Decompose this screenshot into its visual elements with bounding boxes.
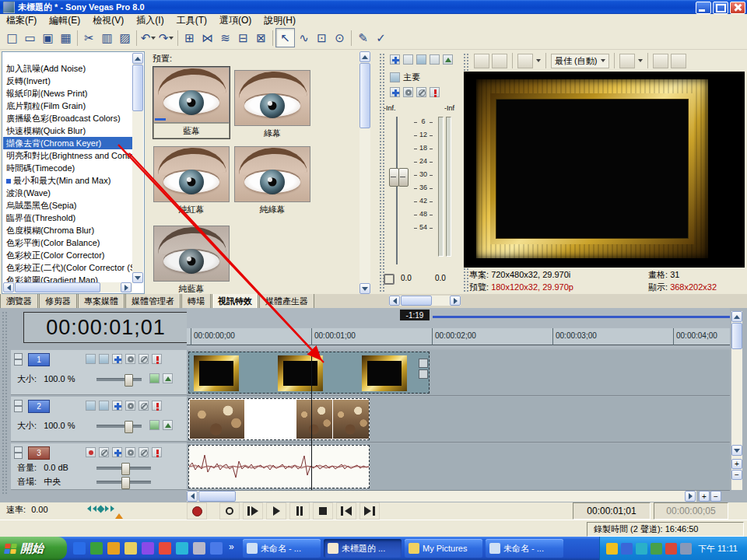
menu-edit[interactable]: 編輯(E) bbox=[43, 13, 86, 28]
solo-icon[interactable] bbox=[152, 354, 162, 364]
bus-settings-icon[interactable] bbox=[403, 87, 413, 97]
loop-region-bar[interactable] bbox=[433, 316, 730, 318]
track-motion-icon[interactable] bbox=[99, 354, 109, 364]
track-2-number[interactable]: 2 bbox=[28, 400, 50, 413]
ignore-grouping-icon[interactable]: ⊠ bbox=[252, 29, 270, 47]
automation-settings-icon[interactable] bbox=[125, 354, 135, 364]
mixer-properties-icon[interactable] bbox=[416, 54, 426, 65]
automation-settings-icon[interactable] bbox=[125, 447, 135, 457]
fx-hscroll-thumb[interactable] bbox=[15, 282, 100, 292]
fx-item[interactable]: 報紙印刷(News Print) bbox=[3, 87, 132, 100]
presets-vscroll-thumb[interactable] bbox=[359, 63, 370, 128]
make-compositing-child-icon[interactable] bbox=[163, 373, 173, 383]
track-fx-icon[interactable] bbox=[112, 354, 122, 364]
track-3-number[interactable]: 3 bbox=[28, 446, 50, 460]
track-fx-icon[interactable] bbox=[112, 447, 122, 457]
fx-item[interactable]: 快速模糊(Quick Blur) bbox=[3, 124, 132, 137]
video-event-room[interactable] bbox=[188, 398, 370, 440]
auto-ripple-icon[interactable]: ≋ bbox=[216, 29, 234, 47]
compositing-mode-icon[interactable] bbox=[149, 420, 160, 430]
event-fx-icon[interactable] bbox=[419, 369, 428, 379]
time-display[interactable]: 00:00:01;01 bbox=[23, 312, 188, 343]
quicklaunch-folder-icon[interactable] bbox=[124, 542, 137, 555]
arm-record-icon[interactable] bbox=[86, 447, 96, 457]
dock-hscroll[interactable] bbox=[389, 296, 461, 306]
make-compositing-child-icon[interactable] bbox=[163, 420, 173, 430]
scroll-up-icon[interactable] bbox=[132, 53, 143, 64]
tray-antivirus-icon[interactable] bbox=[651, 543, 662, 555]
track-1-level-slider[interactable] bbox=[96, 378, 142, 381]
track-motion-icon[interactable] bbox=[99, 401, 109, 411]
bus-mute-icon[interactable] bbox=[416, 87, 426, 97]
track-2-header[interactable]: 2 大小: 100.0 % bbox=[11, 397, 187, 442]
selection-edit-tool-icon[interactable]: ⊡ bbox=[313, 29, 331, 47]
track-fx-icon[interactable] bbox=[112, 401, 122, 411]
zoom-in-vertical-icon[interactable]: + bbox=[731, 459, 742, 469]
track-restore-icon[interactable] bbox=[14, 406, 23, 412]
track-minimize-icon[interactable] bbox=[14, 446, 23, 453]
track-3-volume-slider[interactable] bbox=[96, 467, 151, 470]
normal-edit-tool-icon[interactable]: ↖ bbox=[275, 28, 295, 47]
dock-hscroll-thumb[interactable] bbox=[401, 296, 432, 306]
cut-icon[interactable]: ✂ bbox=[80, 29, 98, 47]
preset-pure-green-screen[interactable]: 純綠幕 bbox=[234, 146, 310, 216]
loop-playback-button[interactable] bbox=[219, 502, 240, 520]
menu-options[interactable]: 選項(O) bbox=[213, 13, 258, 28]
quicklaunch-app2-icon[interactable] bbox=[159, 542, 171, 555]
fx-vscroll-thumb[interactable] bbox=[132, 65, 143, 111]
preset-blue-screen[interactable]: 藍幕 bbox=[153, 67, 230, 138]
scroll-down-icon[interactable] bbox=[132, 272, 143, 283]
tray-app2-icon[interactable] bbox=[636, 543, 647, 555]
invert-phase-icon[interactable] bbox=[99, 447, 109, 457]
quicklaunch-app1-icon[interactable] bbox=[142, 542, 154, 555]
mute-icon[interactable] bbox=[139, 354, 149, 364]
auto-crossfade-icon[interactable]: ⋈ bbox=[198, 29, 216, 47]
track-3-header[interactable]: 3 音量: 0.0 dB 音場: 中央 bbox=[11, 443, 187, 490]
whats-this-help-icon[interactable]: ✓ bbox=[372, 29, 390, 47]
fx-item[interactable]: 時間碼(Timecode) bbox=[3, 162, 132, 174]
taskbar-task-1[interactable]: 未命名 - ... bbox=[243, 539, 321, 558]
project-video-properties-icon[interactable] bbox=[474, 54, 489, 68]
paste-icon[interactable]: ▨ bbox=[116, 29, 134, 47]
tray-volume-icon[interactable] bbox=[680, 543, 692, 555]
timeline-ruler[interactable]: 00:00:00;00 00:00:01;00 00:00:02;00 00:0… bbox=[187, 308, 730, 348]
timeline-vscroll-thumb[interactable] bbox=[731, 323, 742, 349]
quicklaunch-desktop-icon[interactable] bbox=[90, 542, 103, 555]
quicklaunch-app4-icon[interactable] bbox=[193, 542, 205, 555]
scroll-right-icon[interactable] bbox=[450, 296, 461, 306]
menu-file[interactable]: 檔案(F) bbox=[0, 13, 43, 28]
fx-item[interactable]: 色彩平衡(Color Balance) bbox=[3, 236, 132, 249]
tab-transitions[interactable]: 轉場 bbox=[181, 294, 211, 310]
copy-snapshot-icon[interactable] bbox=[653, 54, 668, 68]
menu-help[interactable]: 說明(H) bbox=[258, 13, 302, 28]
preset-pure-red-screen[interactable]: 純紅幕 bbox=[153, 146, 230, 216]
preset-pure-blue-screen[interactable]: 純藍幕 bbox=[153, 226, 230, 294]
bus-fx-icon[interactable] bbox=[390, 87, 400, 97]
track-minimize-icon[interactable] bbox=[14, 353, 23, 359]
save-snapshot-icon[interactable] bbox=[671, 54, 686, 68]
tray-ime-icon[interactable] bbox=[606, 543, 618, 555]
event-pan-crop-icon[interactable] bbox=[419, 359, 428, 368]
lock-envelopes-icon[interactable]: ⊟ bbox=[234, 29, 252, 47]
solo-icon[interactable] bbox=[152, 401, 162, 411]
save-project-icon[interactable]: ▣ bbox=[39, 29, 57, 47]
fx-item[interactable]: 最小和最大(Min and Max) bbox=[3, 174, 132, 187]
fx-item[interactable]: 色彩校正(Color Corrector) bbox=[3, 249, 132, 261]
track-restore-icon[interactable] bbox=[14, 453, 23, 459]
fx-item-chroma-keyer[interactable]: 擷像去背(Chroma Keyer) bbox=[3, 137, 132, 149]
menu-insert[interactable]: 插入(I) bbox=[130, 13, 170, 28]
track-1-number[interactable]: 1 bbox=[28, 353, 50, 366]
video-event-frames[interactable] bbox=[188, 352, 430, 394]
mixer-drag-grip[interactable] bbox=[379, 53, 384, 292]
redo-icon[interactable]: ↷ bbox=[157, 29, 175, 47]
fader-track-left[interactable] bbox=[396, 117, 398, 264]
downmix-output-icon[interactable] bbox=[430, 54, 440, 65]
play-from-start-button[interactable] bbox=[243, 502, 263, 520]
new-project-icon[interactable]: □ bbox=[3, 29, 21, 47]
tab-media-generators[interactable]: 媒體產生器 bbox=[259, 294, 314, 310]
fx-item[interactable]: 明亮和對比(Brightness and Contrast) bbox=[3, 149, 132, 162]
scroll-left-icon[interactable] bbox=[187, 491, 198, 502]
scroll-up-icon[interactable] bbox=[359, 51, 370, 62]
preview-quality-dropdown[interactable]: 最佳 (自動) bbox=[551, 54, 609, 68]
tab-media-manager[interactable]: 媒體管理者 bbox=[125, 294, 181, 310]
